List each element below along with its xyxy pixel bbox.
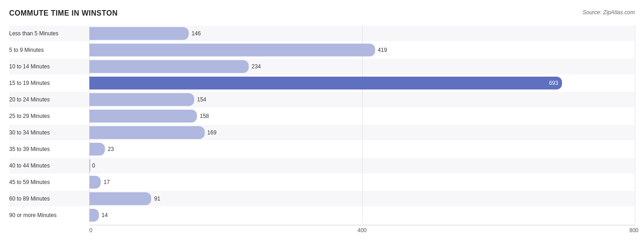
bar-label: 5 to 9 Minutes [9,47,89,53]
bar-value: 17 [104,179,109,185]
bar-row: Less than 5 Minutes146 [9,26,635,41]
chart-area: Less than 5 Minutes1465 to 9 Minutes4191… [9,26,635,234]
bar-container: 91 [89,192,635,205]
bar-label: 20 to 24 Minutes [9,96,89,103]
bar-fill [89,27,189,40]
bar-label: 45 to 59 Minutes [9,179,89,185]
chart-body: Less than 5 Minutes1465 to 9 Minutes4191… [9,26,635,223]
bar-container: 158 [89,110,635,123]
bar-label: 10 to 14 Minutes [9,63,89,70]
bar-container: 169 [89,126,635,139]
bar-value: 234 [251,63,261,70]
bar-label: 25 to 29 Minutes [9,113,89,119]
bar-value: 14 [102,212,108,218]
bar-container: 17 [89,176,635,189]
bar-container: 146 [89,27,635,40]
bar-fill [89,209,99,222]
bar-fill [89,176,101,189]
bar-fill [89,44,375,56]
bar-container: 693 [89,77,635,89]
bar-value: 23 [108,146,114,152]
bar-row: 40 to 44 Minutes0 [9,158,635,173]
bar-container: 14 [89,209,635,222]
bar-value: 158 [200,113,209,119]
bar-label: 90 or more Minutes [9,212,89,218]
bar-row: 45 to 59 Minutes17 [9,174,635,190]
bar-container: 154 [89,93,635,106]
bar-fill [89,159,90,172]
chart-title: COMMUTE TIME IN WINSTON [9,9,118,17]
bar-fill [89,93,194,106]
bar-row: 20 to 24 Minutes154 [9,92,635,107]
bar-row: 15 to 19 Minutes693 [9,75,635,91]
bar-fill [89,60,249,73]
bar-label: 40 to 44 Minutes [9,162,89,169]
bar-label: 35 to 39 Minutes [9,146,89,152]
x-axis: 0400800 [89,225,635,234]
bar-row: 60 to 89 Minutes91 [9,191,635,207]
bar-label: 30 to 34 Minutes [9,129,89,136]
bar-container: 23 [89,143,635,156]
bar-value: 91 [154,195,160,202]
x-axis-tick: 400 [358,227,367,234]
bar-row: 5 to 9 Minutes419 [9,42,635,58]
bar-row: 35 to 39 Minutes23 [9,141,635,157]
chart-header: COMMUTE TIME IN WINSTON Source: ZipAtlas… [9,9,635,17]
bar-row: 10 to 14 Minutes234 [9,59,635,74]
bar-value: 154 [197,96,206,103]
bar-value: 146 [191,30,201,37]
bar-fill [89,110,197,123]
bar-row: 30 to 34 Minutes169 [9,125,635,140]
x-axis-tick: 800 [629,227,639,234]
bar-fill: 693 [89,77,562,89]
bar-container: 0 [89,159,635,172]
bar-label: 15 to 19 Minutes [9,80,89,86]
bar-fill [89,192,151,205]
bar-row: 25 to 29 Minutes158 [9,108,635,124]
bar-value: 419 [378,47,387,53]
bar-fill [89,143,105,156]
bar-fill [89,126,205,139]
bar-value: 169 [207,129,217,136]
bar-container: 234 [89,60,635,73]
bar-row: 90 or more Minutes14 [9,207,635,223]
bar-value: 0 [92,162,95,169]
bar-label: 60 to 89 Minutes [9,195,89,202]
bar-label: Less than 5 Minutes [9,30,89,37]
x-axis-tick: 0 [89,227,93,234]
bar-container: 419 [89,44,635,56]
chart-wrapper: COMMUTE TIME IN WINSTON Source: ZipAtlas… [9,9,635,234]
chart-source: Source: ZipAtlas.com [583,9,635,16]
bar-value: 693 [549,80,558,86]
